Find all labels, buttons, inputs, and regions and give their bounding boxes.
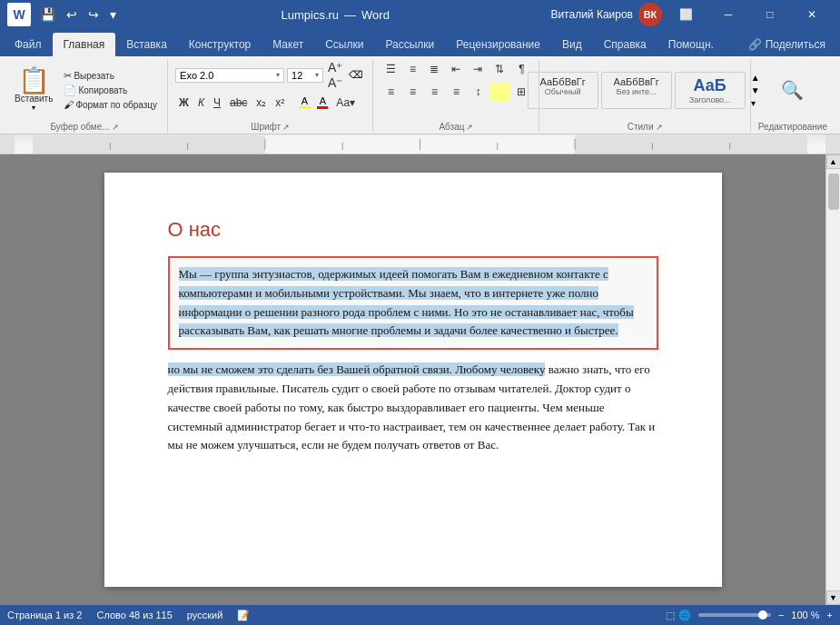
ruler-main <box>15 134 825 154</box>
superscript-button[interactable]: x² <box>272 95 288 110</box>
maximize-button[interactable]: □ <box>749 0 791 29</box>
svg-rect-1 <box>33 135 265 154</box>
document-body: но мы не сможем это сделать без Вашей об… <box>168 361 658 455</box>
styles-expand-icon[interactable]: ↗ <box>656 123 663 132</box>
svg-rect-2 <box>575 135 807 154</box>
print-layout-button[interactable]: ⬚ <box>666 610 675 621</box>
editing-group: 🔍 Редактирование <box>755 60 835 132</box>
font-expand-icon[interactable]: ↗ <box>282 123 290 132</box>
word-count: Слово 48 из 115 <box>96 610 172 620</box>
tab-layout[interactable]: Макет <box>262 33 314 56</box>
close-button[interactable]: ✕ <box>791 0 833 29</box>
align-right-button[interactable]: ≡ <box>424 83 444 101</box>
clear-formatting-button[interactable]: ⌫ <box>347 68 365 82</box>
underline-button[interactable]: Ч <box>210 95 224 110</box>
web-layout-button[interactable]: 🌐 <box>678 610 691 621</box>
increase-indent-button[interactable]: ⇥ <box>468 60 488 78</box>
document-page[interactable]: О нас Мы — группа энтузиастов, одержимых… <box>104 173 722 587</box>
style-heading-label: Заголово... <box>683 95 737 104</box>
format-painter-button[interactable]: 🖌 Формат по образцу <box>61 98 160 111</box>
tab-design[interactable]: Конструктор <box>178 33 262 56</box>
scroll-down-button[interactable]: ▼ <box>826 590 841 605</box>
italic-button[interactable]: К <box>194 95 208 110</box>
decrease-indent-button[interactable]: ⇤ <box>446 60 466 78</box>
document-container: О нас Мы — группа энтузиастов, одержимых… <box>0 154 840 605</box>
tab-review[interactable]: Рецензирование <box>445 33 551 56</box>
language-indicator[interactable]: русский <box>187 610 222 620</box>
font-selector-row: Exo 2.0 ▾ 12 ▾ A⁺ A⁻ ⌫ <box>175 60 365 90</box>
document-title: Lumpics.ru <box>282 8 340 22</box>
font-family-dropdown-arrow: ▾ <box>276 71 280 79</box>
subscript-button[interactable]: x₂ <box>252 95 270 110</box>
document-scrollbar: ▲ ▼ <box>825 154 840 605</box>
paragraph-align-row: ≡ ≡ ≡ ≡ ↕ ⊞ <box>380 83 531 101</box>
save-button[interactable]: 💾 <box>36 5 59 24</box>
font-size-select[interactable]: 12 ▾ <box>287 68 323 83</box>
tab-home[interactable]: Главная <box>53 33 116 56</box>
align-left-button[interactable]: ≡ <box>380 83 400 101</box>
font-family-select[interactable]: Exo 2.0 ▾ <box>175 68 284 83</box>
quick-access-toolbar: 💾 ↩ ↪ ▾ <box>36 5 120 24</box>
customize-quick-access-button[interactable]: ▾ <box>106 5 120 24</box>
multilevel-list-button[interactable]: ≣ <box>424 60 444 78</box>
align-center-button[interactable]: ≡ <box>402 83 422 101</box>
bullets-button[interactable]: ☰ <box>380 60 400 78</box>
tab-share[interactable]: 🔗 Поделиться <box>737 33 836 56</box>
ruler-marks <box>33 135 807 154</box>
tab-insert[interactable]: Вставка <box>115 33 178 56</box>
font-color-button[interactable]: А <box>314 94 331 110</box>
font-case-button[interactable]: Аа▾ <box>332 95 359 110</box>
paste-icon: 📋 <box>18 68 50 94</box>
line-spacing-button[interactable]: ↕ <box>468 83 488 101</box>
status-bar-right: ⬚ 🌐 − 100 % + <box>666 610 833 621</box>
scroll-up-button[interactable]: ▲ <box>826 154 841 169</box>
font-size-increase[interactable]: A⁺ <box>326 60 344 74</box>
tab-help[interactable]: Справка <box>593 33 657 56</box>
text-highlight-button[interactable]: А <box>296 94 312 110</box>
paragraph-label: Абзац ↗ <box>439 120 473 132</box>
style-no-spacing[interactable]: АаБбВвГг Без инте... <box>601 72 672 109</box>
strikethrough-button[interactable]: abc <box>226 95 251 110</box>
font-size-decrease[interactable]: A⁻ <box>326 75 344 90</box>
align-justify-button[interactable]: ≡ <box>446 83 466 101</box>
paragraph-expand-icon[interactable]: ↗ <box>466 123 473 132</box>
style-nospacing-label: Без инте... <box>609 87 664 96</box>
ribbon-tabs: Файл Главная Вставка Конструктор Макет С… <box>0 29 840 56</box>
shading-button[interactable] <box>489 83 509 101</box>
bold-button[interactable]: Ж <box>175 95 193 110</box>
clipboard-group: 📋 Вставить ▾ ✂ Вырезать 📄 Копировать 🖌 Ф… <box>5 60 168 132</box>
style-nospacing-preview: АаБбВвГг <box>609 76 664 87</box>
paste-dropdown[interactable]: ▾ <box>32 104 35 112</box>
copy-button[interactable]: 📄 Копировать <box>61 84 160 97</box>
tab-references[interactable]: Ссылки <box>314 33 374 56</box>
ribbon-display-button[interactable]: ⬜ <box>666 0 707 29</box>
tab-view[interactable]: Вид <box>551 33 593 56</box>
search-button[interactable]: 🔍 <box>777 75 807 104</box>
style-normal[interactable]: АаБбВвГг Обычный <box>528 72 598 109</box>
style-normal-label: Обычный <box>536 87 590 96</box>
tab-helper[interactable]: Помощн. <box>657 33 725 56</box>
numbered-list-button[interactable]: ≡ <box>402 60 422 78</box>
paragraph-content: ☰ ≡ ≣ ⇤ ⇥ ⇅ ¶ ≡ ≡ ≡ ≡ ↕ ⊞ <box>380 60 531 120</box>
style-heading1[interactable]: АаБ Заголово... <box>675 72 746 109</box>
cut-button[interactable]: ✂ Вырезать <box>61 69 160 83</box>
zoom-minus[interactable]: − <box>778 610 784 620</box>
paste-button[interactable]: 📋 Вставить ▾ <box>9 66 58 114</box>
ruler-side-left <box>0 134 15 154</box>
font-format-row: Ж К Ч abc x₂ x² А А Аа▾ <box>175 94 359 110</box>
sort-button[interactable]: ⇅ <box>489 60 509 78</box>
title-bar-center: Lumpics.ru — Word <box>282 8 390 22</box>
tab-mailings[interactable]: Рассылки <box>374 33 445 56</box>
search-icon: 🔍 <box>781 79 804 101</box>
redo-button[interactable]: ↪ <box>84 5 103 24</box>
user-avatar[interactable]: ВК <box>638 3 662 26</box>
title-bar-right: Виталий Каиров ВК ⬜ ─ □ ✕ <box>550 0 833 29</box>
minimize-button[interactable]: ─ <box>707 0 749 29</box>
ribbon: 📋 Вставить ▾ ✂ Вырезать 📄 Копировать 🖌 Ф… <box>0 56 840 134</box>
undo-button[interactable]: ↩ <box>63 5 81 24</box>
scroll-track[interactable] <box>828 169 839 590</box>
tab-file[interactable]: Файл <box>4 33 53 56</box>
clipboard-expand-icon[interactable]: ↗ <box>112 123 119 132</box>
zoom-plus[interactable]: + <box>827 610 833 620</box>
zoom-slider[interactable] <box>698 613 771 617</box>
